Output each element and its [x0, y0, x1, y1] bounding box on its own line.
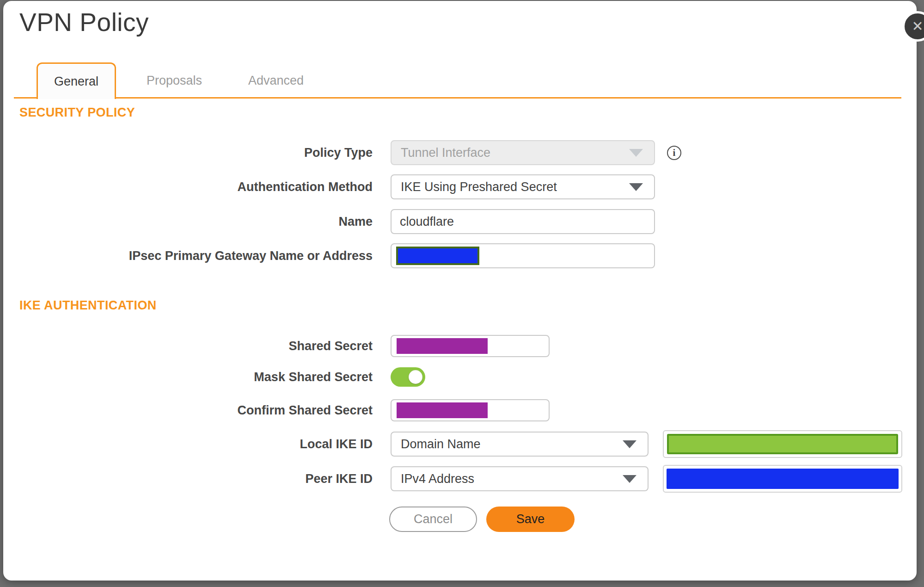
tab-underline: [14, 97, 901, 99]
policy-type-value: Tunnel Interface: [401, 146, 490, 160]
chevron-down-icon: [629, 149, 643, 157]
peer-ike-id-type: IPv4 Address: [401, 472, 474, 486]
auth-method-value: IKE Using Preshared Secret: [401, 180, 557, 194]
name-row: Name: [3, 209, 655, 234]
local-ike-id-value-input[interactable]: [663, 430, 902, 458]
dialog-actions: Cancel Save: [389, 507, 575, 532]
local-ike-id-row: Local IKE ID Domain Name: [3, 432, 649, 457]
mask-shared-secret-row: Mask Shared Secret: [3, 367, 425, 387]
gateway-input[interactable]: [391, 243, 655, 268]
mask-shared-secret-label: Mask Shared Secret: [3, 370, 373, 384]
policy-type-select[interactable]: Tunnel Interface: [391, 140, 655, 165]
chevron-down-icon: [623, 440, 636, 448]
gateway-redacted-value: [396, 247, 479, 265]
tab-proposals[interactable]: Proposals: [142, 66, 207, 95]
confirm-shared-secret-label: Confirm Shared Secret: [3, 403, 373, 418]
peer-ike-id-redacted-value: [667, 469, 899, 489]
close-icon: ✕: [912, 19, 923, 33]
cancel-button[interactable]: Cancel: [389, 507, 477, 532]
shared-secret-label: Shared Secret: [3, 339, 373, 353]
confirm-shared-secret-row: Confirm Shared Secret: [3, 399, 550, 421]
local-ike-id-type: Domain Name: [401, 437, 481, 451]
auth-method-label: Authentication Method: [3, 180, 373, 194]
vpn-policy-dialog: VPN Policy General Proposals Advanced SE…: [3, 1, 917, 581]
local-ike-id-select[interactable]: Domain Name: [391, 432, 649, 457]
tab-advanced[interactable]: Advanced: [244, 66, 308, 95]
peer-ike-id-value-input[interactable]: [663, 465, 902, 493]
peer-ike-id-label: Peer IKE ID: [3, 472, 373, 486]
gateway-row: IPsec Primary Gateway Name or Address: [3, 243, 655, 268]
shared-secret-input[interactable]: [391, 335, 550, 357]
local-ike-id-redacted-value: [667, 434, 898, 454]
dialog-title: VPN Policy: [19, 7, 149, 37]
info-icon[interactable]: i: [667, 146, 681, 160]
auth-method-row: Authentication Method IKE Using Preshare…: [3, 174, 655, 199]
confirm-shared-secret-redacted-value: [397, 402, 488, 418]
mask-shared-secret-toggle[interactable]: [391, 367, 425, 387]
peer-ike-id-select[interactable]: IPv4 Address: [391, 466, 649, 491]
confirm-shared-secret-input[interactable]: [391, 399, 550, 421]
policy-type-label: Policy Type: [3, 146, 373, 160]
shared-secret-redacted-value: [397, 338, 488, 354]
section-heading-ike-authentication: IKE AUTHENTICATION: [19, 298, 157, 313]
gateway-label: IPsec Primary Gateway Name or Address: [3, 249, 373, 263]
policy-type-row: Policy Type Tunnel Interface i: [3, 140, 681, 165]
auth-method-select[interactable]: IKE Using Preshared Secret: [391, 174, 655, 199]
shared-secret-row: Shared Secret: [3, 335, 550, 357]
peer-ike-id-row: Peer IKE ID IPv4 Address: [3, 466, 649, 491]
name-input[interactable]: [391, 209, 655, 234]
chevron-down-icon: [629, 183, 643, 191]
local-ike-id-label: Local IKE ID: [3, 437, 373, 451]
tab-general[interactable]: General: [37, 62, 116, 99]
name-label: Name: [3, 215, 373, 229]
toggle-knob: [409, 370, 422, 384]
save-button[interactable]: Save: [486, 507, 575, 532]
section-heading-security-policy: SECURITY POLICY: [19, 105, 135, 120]
chevron-down-icon: [623, 475, 636, 483]
info-glyph: i: [673, 147, 676, 159]
